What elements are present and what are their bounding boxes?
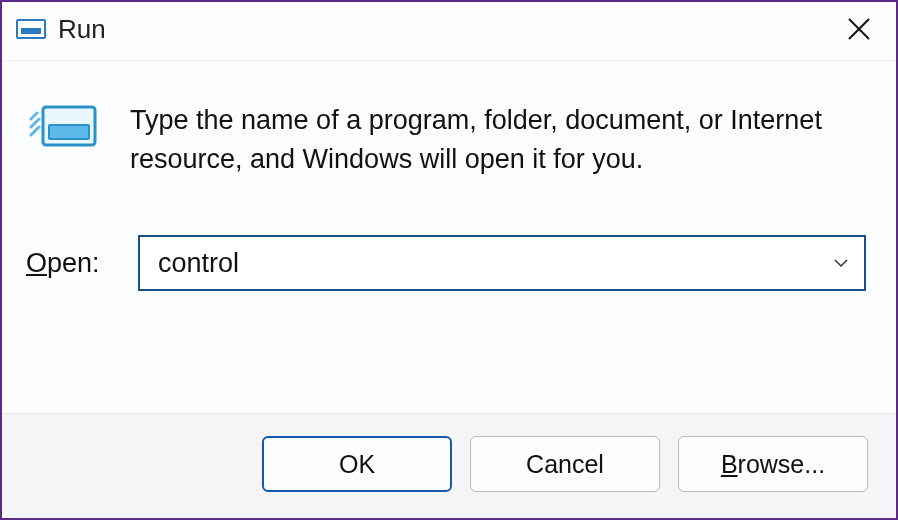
open-row: Open: bbox=[26, 235, 866, 291]
svg-rect-1 bbox=[21, 28, 41, 34]
open-combobox[interactable] bbox=[138, 235, 866, 291]
titlebar: Run bbox=[2, 2, 896, 61]
run-large-icon bbox=[26, 101, 102, 153]
close-button[interactable] bbox=[842, 12, 876, 46]
description-row: Type the name of a program, folder, docu… bbox=[26, 101, 866, 179]
dialog-footer: OK Cancel Browse... bbox=[2, 413, 896, 518]
svg-rect-5 bbox=[49, 125, 89, 139]
run-dialog: Run Type the name of a program, folder, … bbox=[0, 0, 898, 520]
browse-button[interactable]: Browse... bbox=[678, 436, 868, 492]
ok-button[interactable]: OK bbox=[262, 436, 452, 492]
description-text: Type the name of a program, folder, docu… bbox=[130, 101, 866, 179]
open-label: Open: bbox=[26, 248, 116, 279]
cancel-button[interactable]: Cancel bbox=[470, 436, 660, 492]
dialog-content: Type the name of a program, folder, docu… bbox=[2, 61, 896, 413]
close-icon bbox=[846, 16, 872, 42]
run-title-icon bbox=[16, 17, 46, 41]
titlebar-left: Run bbox=[16, 14, 106, 45]
open-input[interactable] bbox=[138, 235, 866, 291]
window-title: Run bbox=[58, 14, 106, 45]
